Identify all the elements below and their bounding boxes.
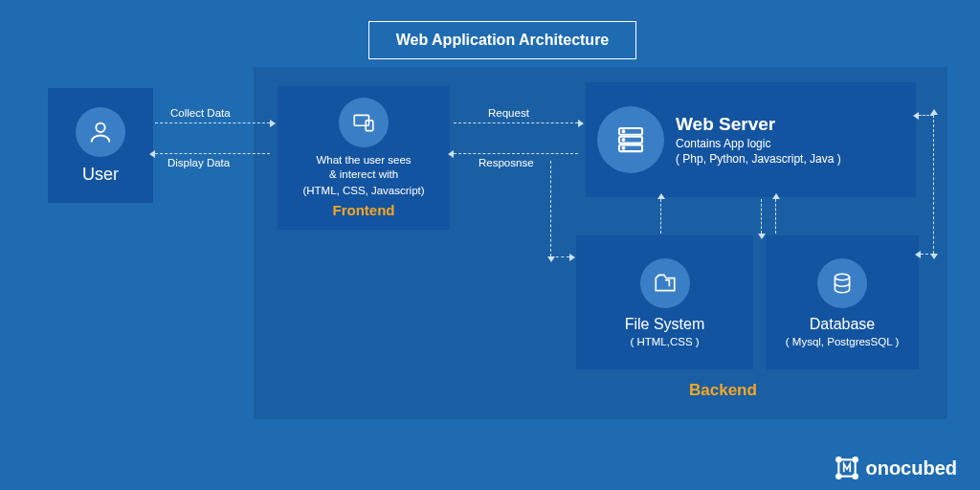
label-collect-data: Collect Data [170, 107, 231, 119]
arrow-filesystem-to-server-v [660, 199, 661, 234]
svg-point-14 [854, 475, 858, 479]
label-response: Resposnse [479, 157, 534, 168]
svg-point-12 [854, 457, 858, 461]
svg-point-0 [96, 122, 104, 131]
frontend-label: Frontend [333, 202, 395, 218]
webserver-title: Web Server [676, 114, 775, 135]
webserver-tech: ( Php, Python, Javascript, Java ) [676, 152, 841, 166]
svg-point-9 [835, 274, 849, 280]
webserver-subtitle: Contains App logic [676, 137, 770, 150]
webserver-node: Web Server Contains App logic ( Php, Pyt… [586, 82, 916, 197]
logo-icon [835, 456, 859, 480]
user-node: User [48, 88, 153, 203]
user-icon [76, 107, 125, 157]
database-title: Database [810, 316, 876, 333]
arrow-db-to-server-right-v [933, 115, 934, 161]
database-node: Database ( Mysql, PostgresSQL ) [766, 235, 919, 369]
arrow-to-filesystem [550, 256, 569, 257]
frontend-desc-line1: What the user sees [316, 154, 411, 166]
folder-icon [640, 258, 690, 308]
label-request: Request [488, 107, 529, 119]
svg-point-7 [623, 139, 625, 141]
arrow-to-db-right [921, 254, 933, 255]
frontend-node: What the user sees & interect with (HTML… [278, 86, 450, 230]
filesystem-tech: ( HTML,CSS ) [630, 336, 699, 347]
svg-point-13 [837, 475, 841, 479]
arrow-db-to-server-right-h [919, 115, 933, 116]
brand-text: onocubed [865, 457, 957, 479]
frontend-tech: (HTML, CSS, Javascript) [302, 185, 424, 196]
brand-logo: onocubed [835, 456, 957, 480]
label-display-data: Display Data [167, 157, 230, 168]
database-tech: ( Mysql, PostgresSQL ) [786, 336, 899, 347]
arrow-frontend-to-server [454, 122, 578, 123]
backend-label: Backend [689, 381, 757, 400]
database-icon [817, 258, 867, 308]
frontend-desc-line2: & interect with [329, 168, 398, 180]
arrow-server-to-db-left [761, 199, 762, 234]
svg-point-11 [837, 457, 841, 461]
devices-icon [339, 98, 389, 147]
svg-point-8 [623, 147, 625, 149]
diagram-title: Web Application Architecture [368, 21, 636, 59]
server-icon [597, 106, 664, 173]
filesystem-node: File System ( HTML,CSS ) [576, 235, 753, 369]
svg-point-6 [623, 130, 625, 132]
frontend-desc: What the user sees & interect with [316, 153, 411, 182]
filesystem-title: File System [625, 316, 705, 333]
arrow-server-down-left [550, 161, 551, 256]
arrow-frontend-to-user [155, 153, 270, 154]
arrow-user-to-frontend [155, 122, 270, 123]
arrow-server-down-right-v [933, 163, 934, 254]
arrow-db-to-server-left [775, 199, 776, 234]
user-label: User [82, 165, 119, 185]
arrow-server-to-frontend [454, 153, 578, 154]
